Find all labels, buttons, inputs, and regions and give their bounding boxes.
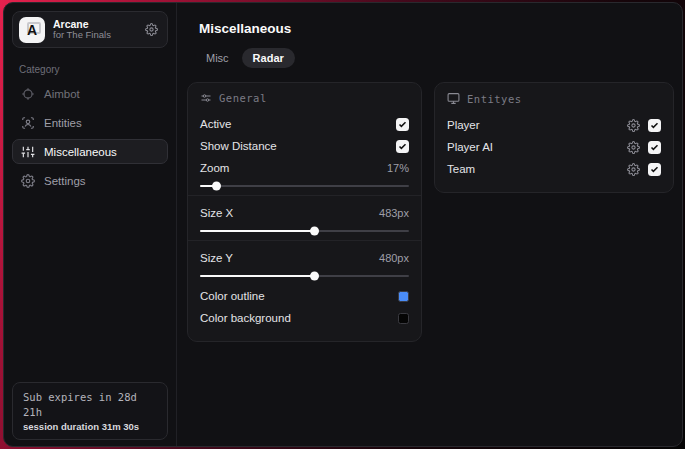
- slider-thumb[interactable]: [200, 275, 315, 277]
- slider-header-row: Size Y 480px: [200, 247, 409, 269]
- app-window: A Arcane for The Finals Category Aimbot: [3, 2, 683, 447]
- crosshair-icon: [21, 87, 35, 101]
- page-title: Miscellaneous: [199, 21, 674, 36]
- entity-label: Team: [447, 163, 475, 175]
- slider-thumb[interactable]: [200, 230, 315, 232]
- main-content: Miscellaneous Misc Radar General Active: [177, 3, 683, 446]
- toggle-label: Show Distance: [200, 140, 277, 152]
- sidebar-item-label: Aimbot: [44, 88, 80, 100]
- divider: [188, 195, 421, 196]
- divider: [188, 240, 421, 241]
- toggle-row-show-distance: Show Distance: [200, 135, 409, 157]
- monitor-icon: [447, 92, 460, 105]
- app-subtitle: for The Finals: [53, 30, 137, 41]
- entity-row-team: Team: [447, 158, 661, 180]
- general-panel: General Active Show Distance Z: [187, 82, 422, 342]
- slider-label: Size X: [200, 207, 233, 219]
- entity-controls: [627, 141, 661, 154]
- color-row-outline: Color outline: [200, 285, 409, 307]
- slider-value: 483px: [379, 207, 409, 219]
- entity-label: Player: [447, 119, 480, 131]
- entity-label: Player AI: [447, 141, 493, 153]
- toggle-row-active: Active: [200, 113, 409, 135]
- sidebar-item-label: Entities: [44, 117, 82, 129]
- color-row-background: Color background: [200, 307, 409, 329]
- panel-title: General: [219, 92, 267, 104]
- sidebar-item-label: Settings: [44, 175, 86, 187]
- size-y-slider-group: Size Y 480px: [200, 247, 409, 277]
- check-icon: [650, 143, 659, 152]
- gear-icon[interactable]: [145, 23, 158, 36]
- entity-settings-gear-icon[interactable]: [627, 141, 640, 154]
- entity-row-player-ai: Player AI: [447, 136, 661, 158]
- entities-icon: [21, 116, 35, 130]
- team-checkbox[interactable]: [648, 163, 661, 176]
- player-checkbox[interactable]: [648, 119, 661, 132]
- entities-panel-header: Entityes: [447, 92, 661, 105]
- slider-header-row: Zoom 17%: [200, 157, 409, 179]
- color-outline-swatch[interactable]: [398, 291, 409, 302]
- entity-row-player: Player: [447, 114, 661, 136]
- category-label: Category: [19, 64, 168, 75]
- general-panel-header: General: [200, 92, 409, 104]
- session-duration-text: session duration 31m 30s: [23, 420, 157, 433]
- sidebar: A Arcane for The Finals Category Aimbot: [4, 3, 177, 446]
- sidebar-item-entities[interactable]: Entities: [12, 110, 168, 135]
- check-icon: [398, 142, 407, 151]
- entity-controls: [627, 163, 661, 176]
- sidebar-item-miscellaneous[interactable]: Miscellaneous: [12, 139, 168, 164]
- slider-thumb[interactable]: [200, 185, 217, 187]
- logo-letter: A: [27, 22, 37, 38]
- size-y-slider[interactable]: [200, 275, 409, 277]
- sliders-horizontal-icon: [200, 92, 212, 104]
- tab-misc[interactable]: Misc: [195, 48, 240, 68]
- show-distance-checkbox[interactable]: [396, 140, 409, 153]
- check-icon: [398, 120, 407, 129]
- gear-icon: [21, 174, 35, 188]
- slider-value: 480px: [379, 252, 409, 264]
- profile-card: A Arcane for The Finals: [12, 11, 168, 48]
- slider-value: 17%: [387, 162, 409, 174]
- active-checkbox[interactable]: [396, 118, 409, 131]
- size-x-slider[interactable]: [200, 230, 409, 232]
- entity-settings-gear-icon[interactable]: [627, 119, 640, 132]
- color-label: Color background: [200, 312, 291, 324]
- panels-row: General Active Show Distance Z: [187, 82, 674, 342]
- sidebar-nav: Aimbot Entities Miscellaneous Settings: [12, 81, 168, 193]
- subscription-card: Sub expires in 28d 21h session duration …: [12, 382, 168, 440]
- tab-radar[interactable]: Radar: [242, 48, 295, 68]
- entity-settings-gear-icon[interactable]: [627, 163, 640, 176]
- sidebar-item-settings[interactable]: Settings: [12, 168, 168, 193]
- slider-label: Zoom: [200, 162, 229, 174]
- size-x-slider-group: Size X 483px: [200, 202, 409, 232]
- app-logo: A: [19, 17, 45, 43]
- sidebar-item-aimbot[interactable]: Aimbot: [12, 81, 168, 106]
- sliders-icon: [21, 145, 35, 159]
- sub-expires-text: Sub expires in 28d 21h: [23, 390, 157, 419]
- player-ai-checkbox[interactable]: [648, 141, 661, 154]
- toggle-label: Active: [200, 118, 231, 130]
- slider-header-row: Size X 483px: [200, 202, 409, 224]
- color-label: Color outline: [200, 290, 265, 302]
- zoom-slider[interactable]: [200, 185, 409, 187]
- panel-title: Entityes: [467, 93, 522, 105]
- color-background-swatch[interactable]: [398, 313, 409, 324]
- entity-controls: [627, 119, 661, 132]
- check-icon: [650, 121, 659, 130]
- check-icon: [650, 165, 659, 174]
- zoom-slider-group: Zoom 17%: [200, 157, 409, 187]
- entities-panel: Entityes Player Player AI: [434, 82, 674, 193]
- tab-bar: Misc Radar: [195, 48, 674, 68]
- profile-text: Arcane for The Finals: [53, 18, 137, 41]
- sidebar-item-label: Miscellaneous: [44, 146, 117, 158]
- slider-label: Size Y: [200, 252, 233, 264]
